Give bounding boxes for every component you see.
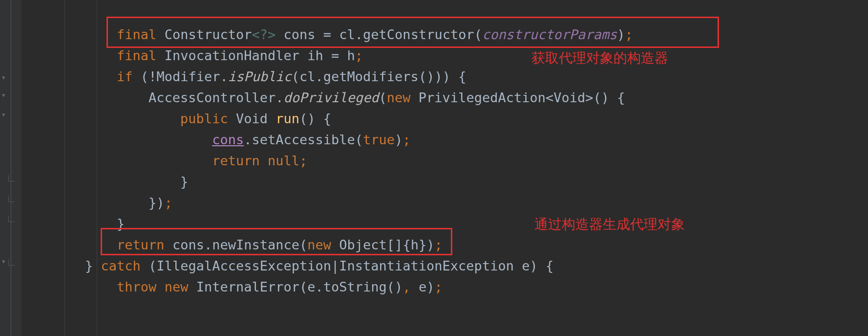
operator: = xyxy=(331,48,339,63)
keyword-if: if xyxy=(117,69,133,84)
brace: } xyxy=(85,258,93,273)
fold-end-icon xyxy=(8,196,15,202)
brace: { xyxy=(546,258,553,273)
variable: h xyxy=(347,48,355,63)
semicolon: ; xyxy=(434,279,442,294)
keyword-return: return xyxy=(212,153,260,168)
semicolon: ; xyxy=(299,153,307,168)
code-line[interactable]: } catch (IllegalAccessException|Instanti… xyxy=(21,255,868,276)
fold-icon[interactable]: ▾ xyxy=(2,74,5,81)
code-editor[interactable]: ▾ ▾ ▾ ▾ final Constructor<?> cons = cl.g… xyxy=(0,0,868,336)
method-call: setAccessible xyxy=(252,132,355,147)
paren: ) xyxy=(156,195,164,210)
operator: = xyxy=(323,27,331,42)
type: InstantiationException xyxy=(339,258,514,273)
code-line[interactable]: } xyxy=(21,171,868,192)
method-call: newInstance xyxy=(212,237,299,252)
generic-close: > xyxy=(585,90,593,105)
paren: ( xyxy=(474,27,482,42)
paren: ) xyxy=(426,279,434,294)
fold-icon[interactable]: ▾ xyxy=(2,258,5,265)
dot: . xyxy=(204,237,212,252)
type: PrivilegedAction xyxy=(419,90,546,105)
keyword-new: new xyxy=(307,237,331,252)
fold-icon[interactable]: ▾ xyxy=(2,112,5,118)
class-ref: Modifier xyxy=(156,69,220,84)
code-line[interactable]: final Constructor<?> cons = cl.getConstr… xyxy=(21,24,868,45)
semicolon: ; xyxy=(434,237,442,252)
paren: ) xyxy=(443,69,450,84)
keyword-new: new xyxy=(165,279,189,294)
dot: . xyxy=(220,69,228,84)
brace: } xyxy=(117,216,125,231)
code-line[interactable]: return cons.newInstance(new Object[]{h})… xyxy=(21,234,868,255)
code-area[interactable]: final Constructor<?> cons = cl.getConstr… xyxy=(21,0,868,336)
paren: ( xyxy=(379,90,387,105)
paren: ) xyxy=(395,132,402,147)
variable: e xyxy=(419,279,426,294)
paren: ) xyxy=(434,69,442,84)
brace: } xyxy=(180,174,188,189)
code-line[interactable]: public Void run() { xyxy=(21,108,868,129)
object-ref: cl xyxy=(339,27,355,42)
semicolon: ; xyxy=(402,132,410,147)
variable: cons xyxy=(172,237,204,252)
static-field: constructorParams xyxy=(482,27,617,42)
paren: () xyxy=(387,279,403,294)
generic-open: < xyxy=(546,90,553,105)
semicolon: ; xyxy=(355,48,363,63)
keyword-null: null xyxy=(268,153,299,168)
comma: , xyxy=(402,279,410,294)
paren: ( xyxy=(299,237,307,252)
variable: h xyxy=(411,237,419,252)
paren: () xyxy=(593,90,610,105)
variable: cons xyxy=(212,132,244,147)
pipe: | xyxy=(331,258,339,273)
object-ref: cl xyxy=(299,69,316,84)
code-line[interactable]: return null; xyxy=(21,150,868,171)
paren: ) xyxy=(426,237,434,252)
code-line[interactable]: } xyxy=(21,213,868,234)
variable: e xyxy=(307,279,315,294)
type: Constructor xyxy=(165,27,252,42)
variable: ih xyxy=(307,48,323,63)
paren: ( xyxy=(292,69,299,84)
code-line[interactable]: if (!Modifier.isPublic(cl.getModifiers()… xyxy=(21,66,868,87)
brace: } xyxy=(148,195,156,210)
code-line[interactable]: cons.setAccessible(true); xyxy=(21,129,868,150)
paren: ( xyxy=(141,69,148,84)
dot: . xyxy=(316,69,323,84)
brace: { xyxy=(402,237,410,252)
brackets: [] xyxy=(387,237,403,252)
brace: { xyxy=(323,111,331,126)
type: IllegalAccessException xyxy=(156,258,331,273)
keyword-return: return xyxy=(117,237,165,252)
brace: { xyxy=(617,90,625,105)
brace: { xyxy=(458,69,466,84)
type: Object xyxy=(339,237,387,252)
gutter: ▾ ▾ ▾ ▾ xyxy=(0,0,21,336)
method-call: getModifiers xyxy=(323,69,419,84)
keyword-new: new xyxy=(387,90,411,105)
dot: . xyxy=(244,132,252,147)
paren: ) xyxy=(529,258,537,273)
static-method: doPrivileged xyxy=(283,90,379,105)
type: Void xyxy=(236,111,268,126)
semicolon: ; xyxy=(625,27,633,42)
code-line[interactable]: }); xyxy=(21,192,868,213)
method-call: toString xyxy=(323,279,387,294)
keyword-public: public xyxy=(180,111,228,126)
type: InternalError xyxy=(196,279,299,294)
fold-icon[interactable]: ▾ xyxy=(2,92,5,98)
code-line[interactable]: throw new InternalError(e.toString(), e)… xyxy=(21,276,868,297)
semicolon: ; xyxy=(165,195,172,210)
code-line[interactable]: final InvocationHandler ih = h; xyxy=(21,45,868,66)
keyword-true: true xyxy=(363,132,395,147)
brace: } xyxy=(419,237,426,252)
paren: ( xyxy=(299,279,307,294)
code-line[interactable]: AccessController.doPrivileged(new Privil… xyxy=(21,87,868,108)
paren: ( xyxy=(148,258,156,273)
keyword-throw: throw xyxy=(117,279,156,294)
dot: . xyxy=(316,279,323,294)
variable: e xyxy=(522,258,529,273)
